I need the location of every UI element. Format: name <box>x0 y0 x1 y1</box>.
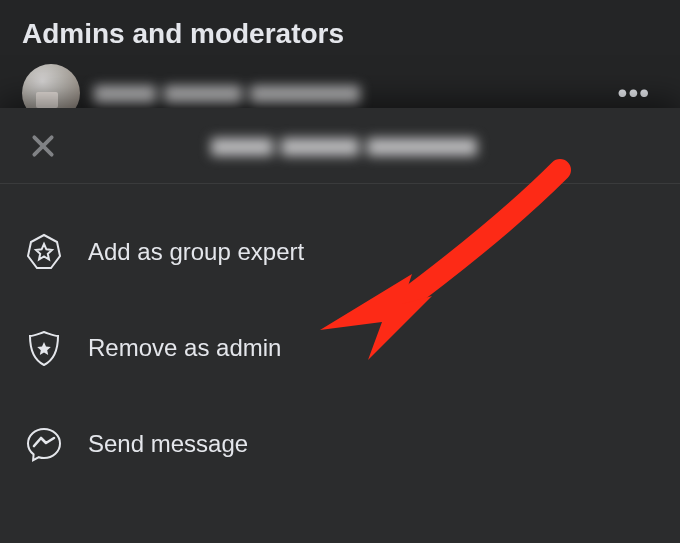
menu-item-label: Add as group expert <box>88 238 304 266</box>
more-options-button[interactable]: ••• <box>610 73 658 113</box>
menu-item-send-message[interactable]: Send message <box>0 396 680 492</box>
menu-item-label: Remove as admin <box>88 334 281 362</box>
sheet-title <box>38 130 658 161</box>
shield-star-icon <box>22 326 66 370</box>
page-title: Admins and moderators <box>0 0 680 60</box>
menu: Add as group expert Remove as admin Send… <box>0 184 680 502</box>
menu-item-label: Send message <box>88 430 248 458</box>
sheet-name-blurred <box>211 130 485 161</box>
menu-item-remove-admin[interactable]: Remove as admin <box>0 300 680 396</box>
star-hex-icon <box>22 230 66 274</box>
messenger-icon <box>22 422 66 466</box>
action-sheet: Add as group expert Remove as admin Send… <box>0 108 680 543</box>
sheet-header <box>0 108 680 183</box>
menu-item-add-expert[interactable]: Add as group expert <box>0 204 680 300</box>
member-name-blurred <box>94 79 596 107</box>
